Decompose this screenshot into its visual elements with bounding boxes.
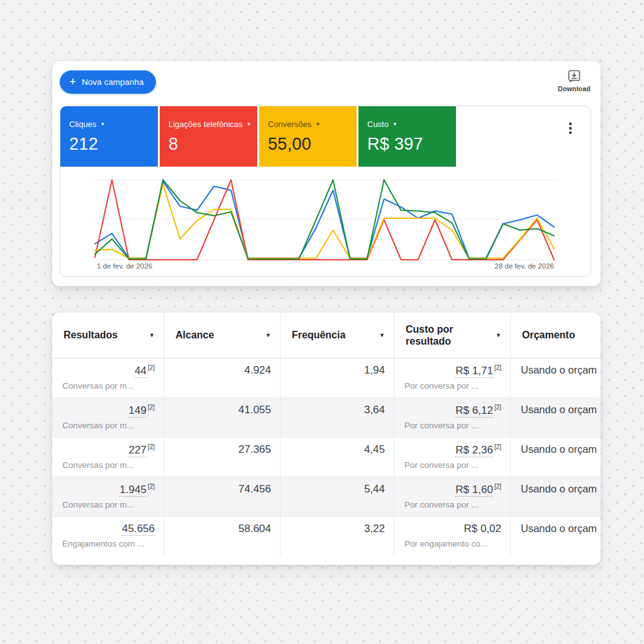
budget-value: Usando o orçam xyxy=(521,364,597,375)
metric-tile-conversoes[interactable]: Conversões ▼ 55,00 xyxy=(259,106,357,167)
download-button[interactable]: Download xyxy=(554,69,594,92)
column-header-custo-por-resultado[interactable]: Custo por resultado ▼ xyxy=(394,313,511,358)
result-value: 227[2] xyxy=(62,443,155,457)
table-row[interactable]: 45.656 Engajamentos com ... 58.604 3,22 … xyxy=(52,517,601,557)
budget-value: Usando o orçam xyxy=(521,443,597,455)
download-icon xyxy=(567,69,582,84)
column-header-orcamento[interactable]: Orçamento xyxy=(511,313,601,358)
metric-value: 8 xyxy=(169,135,257,154)
new-campaign-label: Nova campanha xyxy=(82,77,143,87)
footnote-marker: [2] xyxy=(494,443,501,450)
results-table-card: Resultados ▼ Alcance ▼ Frequência ▼ Cust… xyxy=(52,313,601,565)
reach-value: 41.055 xyxy=(238,404,271,437)
result-type: Conversas por m... xyxy=(62,421,155,430)
frequency-value: 1,94 xyxy=(364,364,385,397)
cost-per-result-type: Por engajamento co... xyxy=(404,539,501,548)
frequency-value: 4,45 xyxy=(364,443,385,477)
table-header-row: Resultados ▼ Alcance ▼ Frequência ▼ Cust… xyxy=(52,313,601,358)
new-campaign-button[interactable]: + Nova campanha xyxy=(60,70,156,94)
metric-value: R$ 397 xyxy=(367,135,456,154)
chevron-down-icon: ▼ xyxy=(392,122,397,127)
result-value: 44[2] xyxy=(62,364,155,377)
cost-per-result-value: R$ 1,60[2] xyxy=(404,483,501,496)
frequency-value: 3,22 xyxy=(364,523,385,557)
more-options-icon[interactable] xyxy=(564,120,577,136)
metric-value: 212 xyxy=(69,135,158,154)
reach-value: 58.604 xyxy=(238,523,271,557)
footnote-marker: [2] xyxy=(494,404,501,411)
x-axis-end-label: 28 de fev. de 2026 xyxy=(495,262,554,270)
footnote-marker: [2] xyxy=(148,483,155,490)
result-value: 45.656 xyxy=(62,523,155,535)
chevron-down-icon: ▼ xyxy=(247,122,252,127)
cost-per-result-type: Por conversa por ... xyxy=(404,500,501,509)
cost-per-result-value: R$ 2,36[2] xyxy=(404,443,501,457)
result-type: Engajamentos com ... xyxy=(62,539,155,548)
performance-chart-panel: Cliques ▼ 212 Ligações telefônicas ▼ 8 C… xyxy=(60,106,591,277)
table-row[interactable]: 1.945[2] Conversas por m... 74.456 5,44 … xyxy=(52,477,601,517)
metric-label: Conversões xyxy=(268,119,311,129)
cost-per-result-type: Por conversa por ... xyxy=(404,421,501,430)
column-header-resultados[interactable]: Resultados ▼ xyxy=(52,313,164,358)
footnote-marker: [2] xyxy=(494,483,501,490)
x-axis-start-label: 1 de fev. de 2026 xyxy=(97,262,152,270)
series-line-custo xyxy=(95,180,554,259)
metric-tile-cliques[interactable]: Cliques ▼ 212 xyxy=(60,106,158,167)
cost-per-result-type: Por conversa por ... xyxy=(404,460,501,470)
metric-tile-ligacoes[interactable]: Ligações telefônicas ▼ 8 xyxy=(160,106,257,167)
line-chart-svg xyxy=(60,167,591,277)
result-value: 149[2] xyxy=(62,404,155,417)
table-row[interactable]: 227[2] Conversas por m... 27.365 4,45 R$… xyxy=(52,438,601,477)
download-label: Download xyxy=(558,85,591,92)
metric-tile-custo[interactable]: Custo ▼ R$ 397 xyxy=(358,106,456,167)
campaign-overview-card: + Nova campanha Download Cliques ▼ 212 xyxy=(52,61,601,286)
cost-per-result-type: Por conversa por ... xyxy=(404,381,501,391)
sort-icon: ▼ xyxy=(149,332,155,339)
sort-icon: ▼ xyxy=(265,332,271,339)
column-header-alcance[interactable]: Alcance ▼ xyxy=(164,313,280,358)
sort-icon: ▼ xyxy=(379,332,385,339)
result-type: Conversas por m... xyxy=(62,500,155,509)
cost-per-result-value: R$ 0,02 xyxy=(404,523,501,535)
result-type: Conversas por m... xyxy=(62,460,155,470)
chevron-down-icon: ▼ xyxy=(100,122,105,127)
reach-value: 74.456 xyxy=(238,483,271,516)
metric-label: Custo xyxy=(367,119,389,129)
table-row[interactable]: 149[2] Conversas por m... 41.055 3,64 R$… xyxy=(52,398,601,438)
table-row[interactable]: 44[2] Conversas por m... 4.924 1,94 R$ 1… xyxy=(52,358,601,398)
column-header-frequencia[interactable]: Frequência ▼ xyxy=(280,313,394,358)
series-line-cliques xyxy=(95,182,554,258)
reach-value: 27.365 xyxy=(238,443,271,477)
metric-label: Ligações telefônicas xyxy=(169,119,243,129)
plus-icon: + xyxy=(69,75,76,87)
performance-chart: 1 de fev. de 2026 28 de fev. de 2026 xyxy=(60,167,591,277)
footnote-marker: [2] xyxy=(148,364,155,371)
budget-value: Usando o orçam xyxy=(521,483,597,494)
frequency-value: 5,44 xyxy=(364,483,385,516)
sort-icon: ▼ xyxy=(496,332,501,339)
footnote-marker: [2] xyxy=(148,404,155,411)
metric-label: Cliques xyxy=(69,119,96,129)
series-line-liga-es-telef-nicas xyxy=(95,180,554,260)
metric-value: 55,00 xyxy=(268,135,357,154)
chevron-down-icon: ▼ xyxy=(315,122,320,127)
series-line-convers-es xyxy=(95,184,554,258)
metric-tiles: Cliques ▼ 212 Ligações telefônicas ▼ 8 C… xyxy=(60,106,591,167)
footnote-marker: [2] xyxy=(494,364,501,371)
cost-per-result-value: R$ 6,12[2] xyxy=(404,404,501,417)
footnote-marker: [2] xyxy=(148,443,155,450)
budget-value: Usando o orçam xyxy=(521,523,597,534)
reach-value: 4.924 xyxy=(244,364,271,397)
frequency-value: 3,64 xyxy=(364,404,385,437)
result-value: 1.945[2] xyxy=(62,483,155,496)
result-type: Conversas por m... xyxy=(62,381,155,391)
cost-per-result-value: R$ 1,71[2] xyxy=(404,364,501,377)
budget-value: Usando o orçam xyxy=(521,404,597,415)
